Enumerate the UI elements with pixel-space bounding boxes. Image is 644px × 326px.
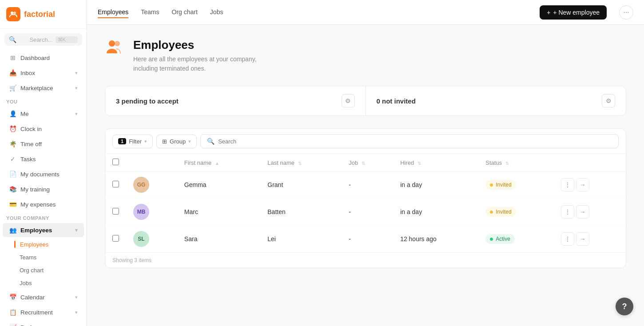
first-name-cell: Marc bbox=[177, 199, 260, 226]
avatar: SL bbox=[133, 231, 149, 247]
row-more-button[interactable]: ⋮ bbox=[561, 205, 574, 219]
row-more-button[interactable]: ⋮ bbox=[561, 232, 574, 246]
sidebar-item-performance[interactable]: 📈 Performance ▾ bbox=[3, 320, 84, 326]
sidebar-item-employees[interactable]: 👥 Employees ▾ bbox=[3, 223, 84, 237]
row-checkbox[interactable] bbox=[112, 181, 119, 187]
hired-cell: in a day bbox=[393, 171, 478, 199]
table-search-input[interactable] bbox=[218, 138, 612, 145]
new-employee-button[interactable]: + + New employee bbox=[540, 5, 607, 20]
row-go-button[interactable]: → bbox=[576, 178, 589, 191]
marketplace-icon: 🛒 bbox=[9, 84, 17, 91]
col-first-name[interactable]: First name ▲ bbox=[177, 154, 260, 171]
row-checkbox-cell[interactable] bbox=[105, 199, 126, 226]
sidebar-item-my-expenses[interactable]: 💳 My expenses bbox=[3, 197, 84, 211]
tasks-icon: ✓ bbox=[9, 155, 17, 163]
dots-icon: ··· bbox=[623, 8, 629, 16]
status-dot bbox=[490, 183, 493, 187]
more-options-button[interactable]: ··· bbox=[619, 5, 633, 20]
chevron-icon: ▾ bbox=[75, 227, 78, 233]
me-icon: 👤 bbox=[9, 110, 17, 117]
sub-item-label: Employees bbox=[20, 241, 48, 248]
sidebar-sub-item-teams[interactable]: Teams bbox=[3, 251, 84, 263]
page-title-block: Employees Here are all the employees at … bbox=[133, 38, 257, 73]
main-area: Employees Teams Org chart Jobs + + New e… bbox=[87, 0, 644, 326]
sidebar-item-inbox[interactable]: 📥 Inbox ▾ bbox=[3, 66, 84, 80]
row-go-button[interactable]: → bbox=[576, 232, 589, 246]
group-chevron-icon: ▾ bbox=[188, 139, 191, 144]
stat-card-not-invited: 0 not invited ⚙ bbox=[366, 86, 626, 115]
sub-item-label: Teams bbox=[20, 254, 36, 261]
sidebar-item-recruitment[interactable]: 📋 Recruitment ▾ bbox=[3, 305, 84, 319]
sidebar-item-label: Employees bbox=[20, 227, 52, 234]
sidebar-item-tasks[interactable]: ✓ Tasks bbox=[3, 152, 84, 166]
row-checkbox-cell[interactable] bbox=[105, 226, 126, 253]
clock-icon: ⏰ bbox=[9, 125, 17, 132]
sidebar-item-clock-in[interactable]: ⏰ Clock in bbox=[3, 122, 84, 136]
chevron-icon: ▾ bbox=[75, 294, 78, 300]
tab-jobs[interactable]: Jobs bbox=[210, 7, 223, 18]
help-button[interactable]: ? bbox=[616, 298, 633, 315]
sidebar-item-label: Me bbox=[20, 111, 29, 117]
select-all-checkbox[interactable] bbox=[112, 159, 119, 165]
row-checkbox[interactable] bbox=[112, 235, 119, 242]
sidebar-item-dashboard[interactable]: ⊞ Dashboard bbox=[3, 51, 84, 65]
logo[interactable]: factorial bbox=[0, 0, 87, 29]
sidebar-item-calendar[interactable]: 📅 Calendar ▾ bbox=[3, 290, 84, 304]
row-checkbox[interactable] bbox=[112, 208, 119, 215]
sidebar-search[interactable]: 🔍 Search... ⌘K bbox=[4, 33, 82, 46]
col-status[interactable]: Status ⇅ bbox=[478, 154, 554, 171]
group-button[interactable]: ⊞ Group ▾ bbox=[156, 135, 197, 148]
sidebar-item-label: My documents bbox=[20, 171, 60, 178]
search-icon: 🔍 bbox=[9, 36, 27, 43]
col-last-name[interactable]: Last name ⇅ bbox=[260, 154, 342, 171]
row-checkbox-cell[interactable] bbox=[105, 171, 126, 199]
sidebar-item-label: My training bbox=[20, 186, 50, 193]
sidebar-sub-item-org-chart[interactable]: Org chart bbox=[3, 264, 84, 276]
sidebar-item-me[interactable]: 👤 Me ▾ bbox=[3, 107, 84, 121]
performance-icon: 📈 bbox=[9, 324, 17, 326]
search-shortcut: ⌘K bbox=[56, 36, 78, 43]
employees-table-container: 1 Filter ▾ ⊞ Group ▾ 🔍 bbox=[105, 128, 626, 268]
stat-card-pending: 3 pending to accept ⚙ bbox=[105, 86, 366, 115]
help-icon: ? bbox=[622, 302, 627, 311]
col-hired[interactable]: Hired ⇅ bbox=[393, 154, 478, 171]
svg-point-0 bbox=[11, 12, 13, 14]
row-go-button[interactable]: → bbox=[576, 205, 589, 219]
sidebar-item-my-documents[interactable]: 📄 My documents bbox=[3, 167, 84, 181]
filter-label: Filter bbox=[129, 138, 142, 145]
actions-cell: ⋮ → bbox=[554, 199, 626, 226]
select-all-header[interactable] bbox=[105, 154, 126, 171]
first-name-cell: Sara bbox=[177, 226, 260, 253]
not-invited-settings-button[interactable]: ⚙ bbox=[602, 94, 615, 107]
avatar: GG bbox=[133, 177, 149, 193]
tab-teams[interactable]: Teams bbox=[141, 7, 159, 18]
chevron-icon: ▾ bbox=[75, 85, 78, 91]
table-row: MB Marc Batten - in a day Invited bbox=[105, 199, 626, 226]
training-icon: 📚 bbox=[9, 186, 17, 193]
svg-point-2 bbox=[109, 40, 115, 47]
chevron-icon: ▾ bbox=[75, 70, 78, 76]
sidebar-item-my-training[interactable]: 📚 My training bbox=[3, 182, 84, 196]
sidebar-item-marketplace[interactable]: 🛒 Marketplace ▾ bbox=[3, 81, 84, 95]
sidebar-item-time-off[interactable]: 🌴 Time off bbox=[3, 137, 84, 151]
sidebar-item-label: Dashboard bbox=[20, 55, 50, 61]
new-employee-label: + New employee bbox=[553, 9, 600, 16]
tab-org-chart[interactable]: Org chart bbox=[172, 7, 198, 18]
filter-button[interactable]: 1 Filter ▾ bbox=[112, 135, 153, 148]
search-placeholder: Search... bbox=[29, 36, 52, 43]
tab-employees[interactable]: Employees bbox=[98, 7, 128, 18]
sidebar-sub-item-employees[interactable]: Employees bbox=[3, 238, 84, 250]
pending-settings-button[interactable]: ⚙ bbox=[342, 94, 355, 107]
svg-point-1 bbox=[13, 12, 16, 14]
col-job[interactable]: Job ⇅ bbox=[342, 154, 393, 171]
table-search-box[interactable]: 🔍 bbox=[200, 134, 619, 148]
avatar-cell: SL bbox=[126, 226, 177, 253]
actions-cell: ⋮ → bbox=[554, 171, 626, 199]
brand-name: factorial bbox=[24, 10, 55, 19]
sidebar-sub-item-jobs[interactable]: Jobs bbox=[3, 277, 84, 289]
row-more-button[interactable]: ⋮ bbox=[561, 178, 574, 191]
actions-cell: ⋮ → bbox=[554, 226, 626, 253]
inbox-icon: 📥 bbox=[9, 69, 17, 76]
status-badge: Active bbox=[485, 234, 515, 244]
group-label: Group bbox=[170, 138, 186, 145]
